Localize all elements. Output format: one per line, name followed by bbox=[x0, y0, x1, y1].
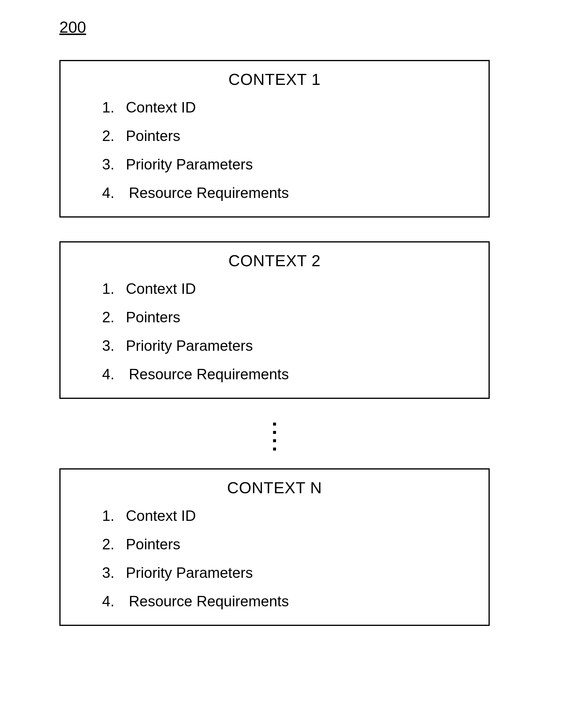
list-text: Priority Parameters bbox=[123, 564, 253, 581]
list-item: 3. Priority Parameters bbox=[102, 337, 465, 354]
figure-label: 200 bbox=[59, 18, 513, 36]
list-text: Context ID bbox=[123, 280, 196, 297]
list-number: 3. bbox=[102, 337, 123, 354]
list-number: 4. bbox=[102, 184, 123, 202]
list-item: 1. Context ID bbox=[102, 507, 465, 524]
ellipsis-dot-icon bbox=[273, 423, 276, 426]
list-item: 3. Priority Parameters bbox=[102, 156, 465, 173]
list-number: 1. bbox=[102, 507, 123, 524]
list-item: 2. Pointers bbox=[102, 536, 465, 553]
ellipsis-dot-icon bbox=[273, 439, 276, 442]
list-text: Pointers bbox=[123, 309, 180, 326]
list-item: 1. Context ID bbox=[102, 99, 465, 116]
list-text: Resource Requirements bbox=[123, 184, 289, 202]
list-item: 2. Pointers bbox=[102, 309, 465, 326]
vertical-ellipsis bbox=[59, 423, 490, 451]
context-list: 1. Context ID 2. Pointers 3. Priority Pa… bbox=[84, 99, 465, 202]
list-item: 4. Resource Requirements bbox=[102, 366, 465, 383]
list-number: 2. bbox=[102, 536, 123, 553]
list-item: 2. Pointers bbox=[102, 127, 465, 145]
list-text: Context ID bbox=[123, 507, 196, 524]
list-text: Resource Requirements bbox=[123, 366, 289, 383]
list-text: Resource Requirements bbox=[123, 593, 289, 610]
list-number: 2. bbox=[102, 309, 123, 326]
list-text: Priority Parameters bbox=[123, 156, 253, 173]
ellipsis-dot-icon bbox=[273, 448, 276, 451]
context-list: 1. Context ID 2. Pointers 3. Priority Pa… bbox=[84, 280, 465, 383]
context-title: CONTEXT N bbox=[84, 478, 465, 497]
context-box-n: CONTEXT N 1. Context ID 2. Pointers 3. P… bbox=[59, 468, 490, 626]
list-number: 1. bbox=[102, 280, 123, 297]
context-box-1: CONTEXT 1 1. Context ID 2. Pointers 3. P… bbox=[59, 60, 490, 218]
list-number: 2. bbox=[102, 127, 123, 145]
ellipsis-dot-icon bbox=[273, 431, 276, 434]
list-text: Priority Parameters bbox=[123, 337, 253, 354]
list-text: Context ID bbox=[123, 99, 196, 116]
list-number: 4. bbox=[102, 593, 123, 610]
list-item: 3. Priority Parameters bbox=[102, 564, 465, 581]
list-number: 4. bbox=[102, 366, 123, 383]
list-item: 4. Resource Requirements bbox=[102, 593, 465, 610]
list-item: 1. Context ID bbox=[102, 280, 465, 297]
list-text: Pointers bbox=[123, 127, 180, 145]
context-title: CONTEXT 1 bbox=[84, 70, 465, 88]
list-text: Pointers bbox=[123, 536, 180, 553]
context-box-2: CONTEXT 2 1. Context ID 2. Pointers 3. P… bbox=[59, 241, 490, 399]
list-number: 3. bbox=[102, 564, 123, 581]
context-list: 1. Context ID 2. Pointers 3. Priority Pa… bbox=[84, 507, 465, 610]
list-item: 4. Resource Requirements bbox=[102, 184, 465, 202]
list-number: 3. bbox=[102, 156, 123, 173]
context-title: CONTEXT 2 bbox=[84, 251, 465, 270]
list-number: 1. bbox=[102, 99, 123, 116]
